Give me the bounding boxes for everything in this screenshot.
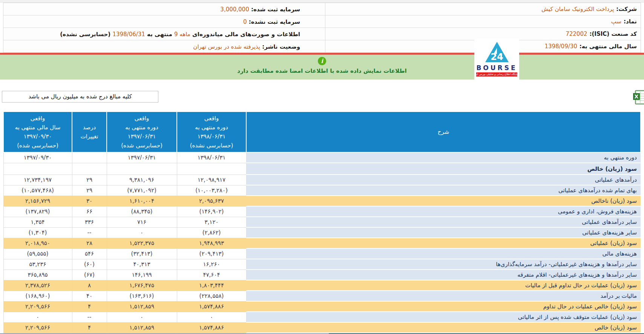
table-row: سایر هزینه‌های عملیاتی(۲,۸۶۲)۰--(۱,۳۰۴) [3,227,641,238]
value-cell: (۵۹,۵۵۵) [3,248,72,259]
row-label: سایر درآمدها و هزینه‌های غیرعملیاتی- اقل… [246,270,641,280]
cell-text: ۱۳۹۷/۰۶/۳۱ [128,154,156,161]
value-cell: ۲,۰۹۵,۶۳۷ [177,196,246,206]
percent-cell: ۲۸ [72,238,107,248]
percent-cell: ۳۰ [72,196,107,206]
bourse24-logo[interactable]: 24 BOURSE پایگاه اطلاع رسانی و تحلیلی بو… [474,39,519,86]
row-label: سود (زیان) خالص [246,322,641,333]
percent-cell: (۶۷) [72,270,107,280]
info-cell-right: نماد:سپ [325,15,641,28]
row-label: سود (زیان) خالص عملیات در حال تداوم [246,301,641,312]
row-label: بهای تمام شده درآمدهای عملیاتی [246,185,641,196]
cell-text: ۱۲,۰۹۸,۹۱۷ [198,176,225,183]
value-cell: ۱,۹۴۸,۹۹۳ [177,238,246,248]
cell-text: (۶۰) [84,261,95,268]
cell-text: -- [87,314,92,320]
value-cell: ۱,۵۷۴,۸۸۶ [177,301,246,312]
column-header-actual_year_1397_09_30: واقعیسال مالی منتهی به۱۳۹۷/۰۹/۳۰(حسابرسی… [3,112,72,152]
info-label: سرمایه ثبت نشده: [247,18,300,25]
value-cell [3,163,72,175]
value-cell: ۰ [177,312,246,322]
cell-text: (۲,۸۶۲) [202,229,221,236]
cell-text: ۴۰ [86,293,92,299]
cell-text: ۲,۲۰۹,۵۶۶ [25,324,50,331]
cell-text: (۱۳۷,۸۲۹) [26,208,50,215]
column-header-line: تغییرات [73,132,106,141]
value-cell: ۱۳۹۷/۰۹/۳۰ [3,152,72,163]
column-header-line: ۱۳۹۸/۰۶/۳۱ [178,132,245,141]
value-cell [107,163,177,175]
financial-table: شرحواقعیدوره منتهی به۱۳۹۸/۰۶/۳۱(حسابرسی … [3,111,641,333]
row-label: سایر درآمدها و هزینه‌های غیرعملیاتی- درآ… [246,259,641,270]
value-cell [177,163,246,175]
percent-cell: -- [72,312,107,322]
info-row: سال مالی منتهی به:1398/09/30وضعیت ناشر: … [3,40,641,53]
cell-text: ۲,۳۷۸,۵۲۶ [25,282,50,289]
svg-text:X: X [635,93,639,100]
percent-cell [72,163,107,175]
info-value: 9 ماهه [174,31,190,38]
info-label: نماد: [624,18,637,25]
page-top-strip [0,0,644,3]
bourse24-triangle-icon: 24 [485,41,509,63]
info-value: سپ [611,18,621,25]
table-row: سود (زیان) خالص عملیات در حال تداوم۱,۵۷۴… [3,301,641,312]
value-cell: ۰ [107,312,177,322]
percent-cell: ۵۴۶ [72,248,107,259]
cell-text: (۱۶۳,۶۱۶) [130,293,154,299]
cell-text: ۰ [140,314,143,320]
cell-text: ۱,۸۰۳,۴۴۴ [199,282,224,289]
cell-text: ۸ [88,282,91,289]
cell-text: ۴ [88,324,91,331]
cell-text: ۴ [88,303,91,310]
value-cell: ۱,۶۷۶,۴۷۵ [107,280,177,291]
column-header-actual_1397_06_31: واقعیدوره منتهی به۱۳۹۷/۰۶/۳۱(حسابرسی شده… [107,112,177,152]
row-label: سود (زیان) ناخالص [246,196,641,206]
cell-text: ۲۹ [86,176,92,183]
cell-text: (۲۲۸,۵۵۸) [199,293,224,299]
value-cell: ۱۳۹۸/۰۶/۳۱ [177,152,246,163]
value-cell: ۰ [3,312,72,322]
column-header-line: (حسابرسی شده) [5,141,71,150]
cell-text: ۵۴۶ [85,250,94,257]
cell-text: ۱,۵۷۴,۸۸۶ [199,303,224,310]
cell-text: ۰ [140,229,143,236]
info-value: 1398/06/31 [112,31,145,38]
row-label: هزینه‌های مالی [246,248,641,259]
value-cell: ۲,۲۰۹,۵۶۶ [3,301,72,312]
info-value: 0 [243,18,247,25]
cell-text: ۰ [210,314,213,320]
info-cell-left: اطلاعات و صورت‌های مالی میاندوره‌ای 9 ما… [3,31,325,38]
cell-text: ۱,۶۱۰,۰۰۴ [129,198,154,204]
cell-text: (۲۰۹,۴۱۳) [199,250,224,257]
value-cell: ۹,۳۸۱,۰۹۶ [107,175,177,185]
cell-text: ۲۸ [86,240,92,247]
info-icon: i [318,57,326,65]
table-header-row: شرحواقعیدوره منتهی به۱۳۹۸/۰۶/۳۱(حسابرسی … [3,112,641,152]
value-cell: ۱,۵۱۲,۸۵۹ [107,322,177,333]
table-row: سود (زیان) عملیاتی۱,۹۴۸,۹۹۳۱,۵۲۲,۳۷۵۲۸۲,… [3,238,641,248]
cell-text: ۱,۵۷۴,۸۸۶ [199,324,224,331]
percent-cell: ۶۶ [72,206,107,217]
percent-cell: ۴۰ [72,291,107,301]
cell-text: ۱,۹۴۸,۹۹۳ [199,240,224,247]
value-cell: (۱۶۳,۶۱۶) [107,291,177,301]
row-label: سود (زیان) عملیات در حال تداوم قبل از ما… [246,280,641,291]
excel-export-icon[interactable]: X [632,90,644,106]
table-row: بهای تمام شده درآمدهای عملیاتی(۱۰,۰۰۳,۲۸… [3,185,641,196]
bourse24-tagline: پایگاه اطلاع رسانی و تحلیلی بورس ایران [476,72,517,77]
value-cell: ۱,۳۵۴ [3,217,72,227]
cell-text: ۷۱۶ [137,219,146,225]
value-cell: ۷۱۶ [107,217,177,227]
info-label: وضعیت ناشر: [260,43,300,50]
info-row: شرکت:پرداخت الکترونیک سامان کیشسرمایه ثب… [3,3,641,15]
row-label: سود (زیان) عملیات متوقف شده پس از اثر ما… [246,312,641,322]
cell-text: ۰ [36,314,39,320]
table-row: هزینه‌های فروش، اداری و عمومی(۱۴۶,۹۰۲)(۸… [3,206,641,217]
table-row: سایر درآمدهای عملیاتی۳,۱۲۰۷۱۶۳۳۶۱,۳۵۴ [3,217,641,227]
verification-banner: i اطلاعات نمایش داده شده با اطلاعات امضا… [0,55,644,80]
column-header-line: واقعی [108,114,176,123]
row-label: هزینه‌های فروش، اداری و عمومی [246,206,641,217]
cell-text: ۴۰,۳۱۳ [133,261,150,268]
column-header-line: دوره منتهی به [108,123,176,132]
